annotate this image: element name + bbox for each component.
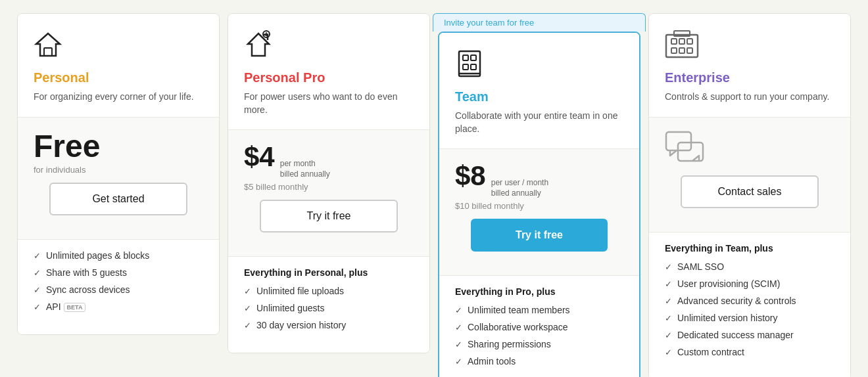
plan-header-personal: PersonalFor organizing every corner of y… [18, 14, 219, 117]
price-amount-team: $8 [455, 162, 486, 190]
price-details-personal-pro: per monthbilled annually [280, 159, 330, 179]
plan-wrapper-enterprise: EnterpriseControls & support to run your… [644, 13, 855, 377]
feature-item: ✓Unlimited file uploads [244, 286, 414, 296]
plan-card-enterprise: EnterpriseControls & support to run your… [648, 13, 851, 377]
cta-button-personal[interactable]: Get started [49, 183, 187, 215]
check-icon: ✓ [34, 285, 41, 295]
svg-rect-8 [471, 64, 476, 70]
team-icon [455, 49, 623, 81]
cta-button-team[interactable]: Try it free [471, 219, 608, 252]
cta-button-enterprise[interactable]: Contact sales [681, 175, 819, 208]
check-icon: ✓ [34, 268, 41, 278]
plan-desc-personal: For organizing every corner of your life… [34, 91, 203, 104]
feature-item: ✓User provisioning (SCIM) [665, 278, 834, 289]
plan-cta-team: Try it free [455, 211, 623, 262]
plan-features-personal-pro: Everything in Personal, plus✓Unlimited f… [228, 256, 429, 353]
check-icon: ✓ [455, 340, 462, 349]
plan-desc-personal-pro: For power users who want to do even more… [244, 91, 414, 116]
feature-item: ✓Dedicated success manager [665, 330, 834, 340]
plan-name-team: Team [455, 89, 623, 104]
feature-item: ✓Advanced security & controls [665, 296, 834, 306]
svg-rect-5 [463, 55, 468, 60]
features-header-enterprise: Everything in Team, plus [665, 243, 834, 254]
pricing-grid: PersonalFor organizing every corner of y… [13, 13, 855, 377]
svg-rect-0 [44, 48, 52, 56]
feature-text: Unlimited guests [256, 303, 325, 313]
plan-features-personal: ✓Unlimited pages & blocks✓Share with 5 g… [18, 239, 219, 334]
svg-rect-11 [671, 39, 677, 44]
plan-features-team: Everything in Pro, plus✓Unlimited team m… [439, 275, 639, 377]
price-main-team: $8per user / monthbilled annually [455, 162, 623, 198]
feature-item: ✓Unlimited version history [665, 313, 834, 323]
plan-pricing-enterprise: Contact sales [649, 117, 850, 232]
features-header-personal-pro: Everything in Personal, plus [244, 267, 414, 278]
check-icon: ✓ [455, 305, 462, 315]
check-icon: ✓ [665, 262, 672, 272]
plan-header-team: TeamCollaborate with your entire team in… [439, 33, 639, 148]
enterprise-icon [665, 30, 834, 62]
check-icon: ✓ [34, 251, 41, 261]
price-main-personal-pro: $4per monthbilled annually [244, 143, 414, 179]
plan-pricing-personal-pro: $4per monthbilled annually$5 billed mont… [228, 129, 429, 256]
feature-text: Admin tools [468, 356, 516, 366]
check-icon: ✓ [34, 302, 41, 312]
price-amount-personal-pro: $4 [244, 143, 275, 171]
feature-text: Sync across devices [46, 284, 130, 295]
feature-text: SAML SSO [677, 261, 724, 272]
plan-name-personal: Personal [34, 70, 203, 85]
svg-rect-4 [459, 51, 480, 76]
feature-item: ✓Admin tools [455, 356, 623, 366]
feature-text: User provisioning (SCIM) [677, 278, 780, 289]
feature-item: ✓Custom contract [665, 347, 834, 357]
price-sub-team: $10 billed monthly [455, 201, 623, 211]
check-icon: ✓ [455, 357, 462, 366]
feature-text: Advanced security & controls [677, 296, 796, 306]
plan-wrapper-personal: PersonalFor organizing every corner of y… [13, 13, 224, 377]
check-icon: ✓ [665, 347, 672, 357]
check-icon: ✓ [244, 286, 251, 296]
price-sub-personal: for individuals [34, 165, 203, 175]
enterprise-chat-icon [665, 131, 834, 167]
feature-text: Unlimited file uploads [256, 286, 344, 296]
cta-button-personal-pro[interactable]: Try it free [260, 200, 398, 233]
plan-header-personal-pro: Personal ProFor power users who want to … [228, 14, 429, 129]
feature-item: ✓Unlimited guests [244, 303, 414, 313]
beta-badge: BETA [64, 303, 86, 312]
invite-banner: Invite your team for free [433, 13, 646, 32]
plan-card-team: TeamCollaborate with your entire team in… [438, 32, 640, 377]
personal-icon [34, 30, 203, 62]
plan-desc-team: Collaborate with your entire team in one… [455, 110, 623, 135]
plan-name-enterprise: Enterprise [665, 70, 834, 85]
feature-text: 30 day version history [256, 320, 346, 330]
price-sub-personal-pro: $5 billed monthly [244, 182, 414, 192]
plan-name-personal-pro: Personal Pro [244, 70, 414, 85]
feature-item: ✓Unlimited team members [455, 305, 623, 315]
plan-cta-personal: Get started [34, 175, 203, 226]
plan-pricing-team: $8per user / monthbilled annually$10 bil… [439, 148, 639, 275]
plan-wrapper-team: Invite your team for free TeamCollaborat… [434, 32, 644, 377]
personal-pro-icon [244, 30, 414, 62]
check-icon: ✓ [665, 330, 672, 340]
feature-text: APIBETA [46, 301, 85, 312]
feature-item: ✓Share with 5 guests [34, 267, 203, 278]
plan-cta-personal-pro: Try it free [244, 192, 414, 243]
plan-pricing-personal: Freefor individualsGet started [18, 117, 219, 239]
plan-cta-enterprise: Contact sales [665, 167, 834, 219]
feature-item: ✓Unlimited pages & blocks [34, 250, 203, 261]
feature-item: ✓Sync across devices [34, 284, 203, 295]
check-icon: ✓ [665, 313, 672, 323]
plan-card-personal-pro: Personal ProFor power users who want to … [228, 13, 430, 353]
feature-text: Dedicated success manager [677, 330, 794, 340]
feature-text: Share with 5 guests [46, 267, 127, 278]
plan-wrapper-personal-pro: Personal ProFor power users who want to … [224, 13, 434, 377]
feature-text: Sharing permissions [468, 339, 551, 349]
svg-rect-15 [679, 48, 685, 53]
feature-item: ✓Sharing permissions [455, 339, 623, 349]
plan-features-enterprise: Everything in Team, plus✓SAML SSO✓User p… [649, 232, 850, 377]
check-icon: ✓ [244, 303, 251, 313]
check-icon: ✓ [665, 279, 672, 289]
svg-rect-12 [679, 39, 685, 44]
plan-card-personal: PersonalFor organizing every corner of y… [17, 13, 220, 335]
price-amount-personal: Free [34, 131, 100, 162]
price-details-team: per user / monthbilled annually [491, 178, 548, 198]
